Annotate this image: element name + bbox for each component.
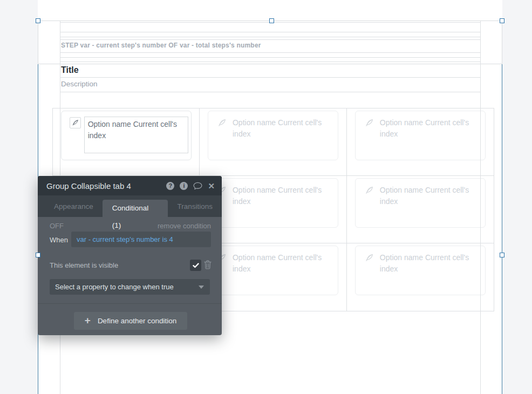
panel-title: Group Collapsible tab 4 bbox=[46, 181, 166, 191]
plus-icon: + bbox=[85, 315, 91, 325]
option-card[interactable]: Option name Current cell's index bbox=[208, 246, 338, 295]
option-card[interactable]: Option name Current cell's index bbox=[208, 111, 338, 160]
option-name-text: Option name Current cell's index bbox=[233, 185, 327, 207]
remove-condition-link[interactable]: remove condition bbox=[158, 222, 211, 230]
step-indicator-text[interactable]: STEP var - current step's number OF var … bbox=[61, 42, 476, 49]
define-another-condition-button[interactable]: + Define another condition bbox=[74, 312, 187, 330]
option-name-input[interactable]: Option name Current cell's index bbox=[84, 117, 188, 153]
option-card[interactable]: Option name Current cell's index bbox=[355, 246, 486, 295]
selection-handle-top-center[interactable] bbox=[269, 18, 274, 23]
rg-cell[interactable]: Option name Current cell's index bbox=[200, 108, 346, 176]
check-icon bbox=[193, 263, 199, 268]
rg-cell[interactable]: Option name Current cell's index bbox=[347, 176, 494, 243]
option-name-text: Option name Current cell's index bbox=[233, 252, 327, 275]
conditional-tab-body: OFF remove condition When var - current … bbox=[38, 217, 222, 335]
rg-cell[interactable]: Option name Current cell's index bbox=[347, 243, 494, 311]
condition-expression-input[interactable]: var - current step's number is 4 bbox=[71, 232, 211, 247]
page-description[interactable]: Description bbox=[61, 80, 98, 88]
row-divider bbox=[60, 52, 481, 53]
option-name-text: Option name Current cell's index bbox=[380, 185, 474, 207]
row-divider bbox=[60, 39, 481, 40]
option-card[interactable]: Option name Current cell's index bbox=[208, 178, 338, 228]
selection-handle-top-left[interactable] bbox=[36, 18, 40, 23]
row-divider bbox=[60, 77, 481, 78]
element-visible-label: This element is visible bbox=[50, 261, 118, 269]
selection-handle-mid-right[interactable] bbox=[500, 253, 504, 257]
row-divider bbox=[60, 32, 481, 32]
pen-icon bbox=[364, 253, 374, 263]
pen-icon bbox=[364, 118, 374, 128]
close-icon[interactable]: ✕ bbox=[208, 182, 215, 190]
tab-conditional[interactable]: Conditional (1) bbox=[103, 200, 168, 217]
trash-icon[interactable] bbox=[204, 260, 212, 271]
footer-divider bbox=[38, 303, 222, 304]
option-card[interactable]: Option name Current cell's index bbox=[355, 178, 486, 228]
tab-appearance[interactable]: Appearance bbox=[45, 196, 103, 217]
define-button-label: Define another condition bbox=[98, 317, 176, 325]
rg-cell[interactable]: Option name Current cell's index bbox=[53, 108, 200, 176]
row-divider bbox=[60, 57, 481, 58]
tab-transitions[interactable]: Transitions bbox=[168, 196, 222, 217]
property-editor-panel[interactable]: Group Collapsible tab 4 ? i ✕ Appearance… bbox=[38, 176, 222, 335]
page-title[interactable]: Title bbox=[61, 65, 79, 75]
rg-cell[interactable]: Option name Current cell's index bbox=[200, 176, 346, 243]
property-dropdown[interactable]: Select a property to change when true bbox=[50, 279, 210, 295]
help-icon[interactable]: ? bbox=[166, 182, 174, 190]
option-name-text: Option name Current cell's index bbox=[380, 117, 474, 140]
comment-icon[interactable] bbox=[193, 182, 202, 190]
tab-strip: Appearance Conditional (1) Transitions bbox=[38, 195, 222, 217]
option-name-text: Option name Current cell's index bbox=[233, 117, 327, 140]
row-divider bbox=[60, 92, 481, 92]
selection-handle-mid-left[interactable] bbox=[36, 253, 40, 257]
when-label: When bbox=[50, 236, 68, 244]
condition-off-toggle[interactable]: OFF bbox=[50, 222, 64, 230]
visible-checkbox[interactable] bbox=[190, 260, 201, 271]
selection-border-right[interactable] bbox=[502, 21, 502, 394]
chevron-down-icon bbox=[199, 286, 204, 289]
property-dropdown-placeholder: Select a property to change when true bbox=[55, 283, 174, 291]
rg-cell[interactable]: Option name Current cell's index bbox=[347, 108, 494, 176]
selection-handle-top-right[interactable] bbox=[500, 18, 504, 23]
panel-header[interactable]: Group Collapsible tab 4 ? i ✕ bbox=[38, 176, 222, 195]
row-divider bbox=[60, 37, 481, 37]
option-name-text: Option name Current cell's index bbox=[380, 252, 474, 275]
option-card[interactable]: Option name Current cell's index bbox=[355, 111, 486, 160]
option-card[interactable]: Option name Current cell's index bbox=[61, 111, 192, 160]
pen-icon[interactable] bbox=[70, 117, 81, 128]
row-divider bbox=[60, 62, 481, 62]
pen-icon bbox=[364, 185, 374, 195]
pen-icon bbox=[217, 118, 227, 128]
info-icon[interactable]: i bbox=[180, 182, 188, 190]
rg-cell[interactable]: Option name Current cell's index bbox=[200, 243, 346, 311]
